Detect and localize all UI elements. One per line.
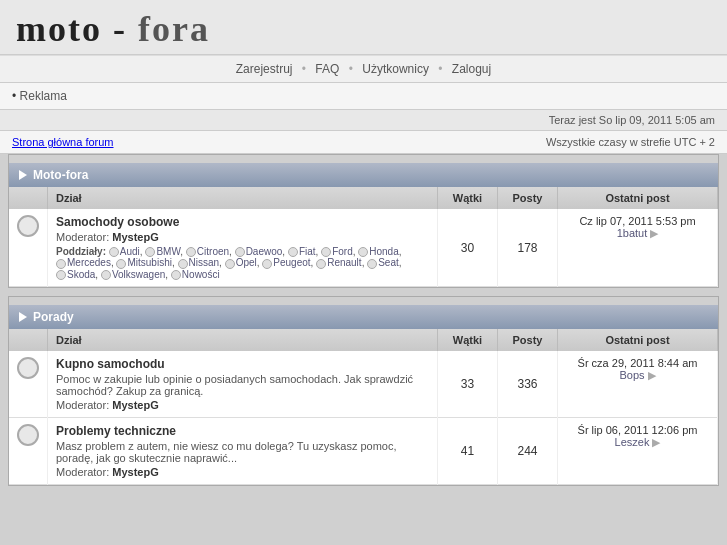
subforum-opel[interactable]: Opel bbox=[236, 257, 257, 268]
col-icon bbox=[9, 187, 48, 209]
radio-dot-15 bbox=[56, 270, 66, 280]
col-posty: Posty bbox=[498, 187, 558, 209]
section-title-moto-fora[interactable]: Moto-fora bbox=[33, 168, 88, 182]
last-post-cell-problemy: Śr lip 06, 2011 12:06 pm Leszek ▶ bbox=[558, 418, 718, 485]
forum-moderator-problemy: Moderator: MystерG bbox=[56, 466, 429, 478]
subforum-nissan[interactable]: Nissan bbox=[189, 257, 220, 268]
table-header-row: Dział Wątki Posty Ostatni post bbox=[9, 187, 718, 209]
table-row: Samochody osobowe Moderator: MystерG Pod… bbox=[9, 209, 718, 287]
table-header-row-2: Dział Wątki Posty Ostatni post bbox=[9, 329, 718, 351]
subforum-renault[interactable]: Renault bbox=[327, 257, 361, 268]
section-triangle-icon-2 bbox=[19, 312, 27, 322]
radio-dot-12 bbox=[262, 259, 272, 269]
timezone-label: Wszystkie czasy w strefie UTC + 2 bbox=[546, 136, 715, 148]
col-dział: Dział bbox=[48, 187, 438, 209]
last-post-author[interactable]: 1batut bbox=[617, 227, 648, 239]
last-post-cell-kupno: Śr cza 29, 2011 8:44 am Bops ▶ bbox=[558, 351, 718, 418]
subforum-mitsubishi[interactable]: Mitsubishi bbox=[127, 257, 171, 268]
subforum-nowosci[interactable]: Nowości bbox=[182, 269, 220, 280]
radio-dot-10 bbox=[178, 259, 188, 269]
last-post-cell: Cz lip 07, 2011 5:53 pm 1batut ▶ bbox=[558, 209, 718, 287]
radio-dot-9 bbox=[116, 259, 126, 269]
nav-faq[interactable]: FAQ bbox=[315, 62, 339, 76]
last-post-time-kupno: Śr cza 29, 2011 8:44 am bbox=[566, 357, 709, 369]
subforum-fiat[interactable]: Fiat bbox=[299, 246, 316, 257]
nav-users[interactable]: Użytkownicy bbox=[362, 62, 429, 76]
forum-info-cell-2: Kupno samochodu Pomoc w zakupie lub opin… bbox=[48, 351, 438, 418]
subforum-mercedes[interactable]: Mercedes bbox=[67, 257, 111, 268]
table-row: Problemy techniczne Masz problem z autem… bbox=[9, 418, 718, 485]
threads-count-kupno: 33 bbox=[438, 351, 498, 418]
nav-login[interactable]: Zaloguj bbox=[452, 62, 491, 76]
section-header-moto-fora: Moto-fora bbox=[9, 163, 718, 187]
subforum-citroen[interactable]: Citroen bbox=[197, 246, 229, 257]
posts-count-kupno: 336 bbox=[498, 351, 558, 418]
radio-dot-16 bbox=[101, 270, 111, 280]
forum-name-kupno[interactable]: Kupno samochodu bbox=[56, 357, 429, 371]
radio-dot-3 bbox=[186, 247, 196, 257]
radio-dot-8 bbox=[56, 259, 66, 269]
col-ostatni-post-2: Ostatni post bbox=[558, 329, 718, 351]
forum-desc-problemy: Masz problem z autem, nie wiesz co mu do… bbox=[56, 440, 429, 464]
last-post-icon-kupno: ▶ bbox=[648, 369, 656, 381]
last-post-icon-problemy: ▶ bbox=[652, 436, 660, 448]
path-home[interactable]: Strona główna forum bbox=[12, 136, 114, 148]
subforum-honda[interactable]: Honda bbox=[369, 246, 398, 257]
radio-dot-4 bbox=[235, 247, 245, 257]
subforum-peugeot[interactable]: Peugeot bbox=[273, 257, 310, 268]
col-dzial-2: Dział bbox=[48, 329, 438, 351]
radio-dot-13 bbox=[316, 259, 326, 269]
forum-icon-cell-2 bbox=[9, 351, 48, 418]
info-bar: Teraz jest So lip 09, 2011 5:05 am bbox=[0, 110, 727, 131]
subforum-daewoo[interactable]: Daewoo bbox=[246, 246, 283, 257]
col-watki: Wątki bbox=[438, 187, 498, 209]
forum-desc-kupno: Pomoc w zakupie lub opinie o posiadanych… bbox=[56, 373, 429, 397]
forum-subforums: Poddziały: Audi, BMW, Citroen, Daewoo, F… bbox=[56, 246, 429, 280]
threads-count-problemy: 41 bbox=[438, 418, 498, 485]
subforum-audi[interactable]: Audi bbox=[120, 246, 140, 257]
forum-info-cell-3: Problemy techniczne Masz problem z autem… bbox=[48, 418, 438, 485]
forum-name[interactable]: Samochody osobowe bbox=[56, 215, 429, 229]
forum-name-problemy[interactable]: Problemy techniczne bbox=[56, 424, 429, 438]
col-ostatni-post: Ostatni post bbox=[558, 187, 718, 209]
last-post-author-problemy[interactable]: Leszek bbox=[615, 436, 650, 448]
radio-dot-7 bbox=[358, 247, 368, 257]
section-triangle-icon bbox=[19, 170, 27, 180]
forum-table-moto-fora: Dział Wątki Posty Ostatni post Samochody… bbox=[9, 187, 718, 287]
radio-dot-1 bbox=[109, 247, 119, 257]
forum-table-porady: Dział Wątki Posty Ostatni post Kupno sam… bbox=[9, 329, 718, 485]
forum-status-icon bbox=[17, 215, 39, 237]
radio-dot-2 bbox=[145, 247, 155, 257]
posts-count: 178 bbox=[498, 209, 558, 287]
subforum-seat[interactable]: Seat bbox=[378, 257, 399, 268]
nav-sep-2: • bbox=[349, 62, 353, 76]
section-moto-fora: Moto-fora Dział Wątki Posty Ostatni post bbox=[8, 154, 719, 288]
subforum-bmw[interactable]: BMW bbox=[156, 246, 180, 257]
posts-count-problemy: 244 bbox=[498, 418, 558, 485]
threads-count: 30 bbox=[438, 209, 498, 287]
forum-icon-cell-3 bbox=[9, 418, 48, 485]
nav-sep-1: • bbox=[302, 62, 306, 76]
subforum-volkswagen[interactable]: Volkswagen bbox=[112, 269, 165, 280]
last-post-time: Cz lip 07, 2011 5:53 pm bbox=[566, 215, 709, 227]
nav-register[interactable]: Zarejestruj bbox=[236, 62, 293, 76]
col-watki-2: Wątki bbox=[438, 329, 498, 351]
site-logo[interactable]: moto - fora bbox=[16, 8, 711, 50]
path-bar: Strona główna forum Wszystkie czasy w st… bbox=[0, 131, 727, 154]
subforum-ford[interactable]: Ford bbox=[332, 246, 353, 257]
forum-moderator: Moderator: MystерG bbox=[56, 231, 429, 243]
last-post-icon: ▶ bbox=[650, 227, 658, 239]
radio-dot-11 bbox=[225, 259, 235, 269]
forum-info-cell: Samochody osobowe Moderator: MystерG Pod… bbox=[48, 209, 438, 287]
radio-dot-6 bbox=[321, 247, 331, 257]
subforum-skoda[interactable]: Skoda bbox=[67, 269, 95, 280]
section-title-porady[interactable]: Porady bbox=[33, 310, 74, 324]
reklama-label: Reklama bbox=[20, 89, 67, 103]
header: moto - fora bbox=[0, 0, 727, 55]
last-post-author-kupno[interactable]: Bops bbox=[619, 369, 644, 381]
datetime-label: Teraz jest So lip 09, 2011 5:05 am bbox=[549, 114, 715, 126]
last-post-time-problemy: Śr lip 06, 2011 12:06 pm bbox=[566, 424, 709, 436]
subforums-label: Poddziały: bbox=[56, 246, 106, 257]
forum-status-icon-2 bbox=[17, 357, 39, 379]
logo-fora: fora bbox=[138, 9, 210, 49]
